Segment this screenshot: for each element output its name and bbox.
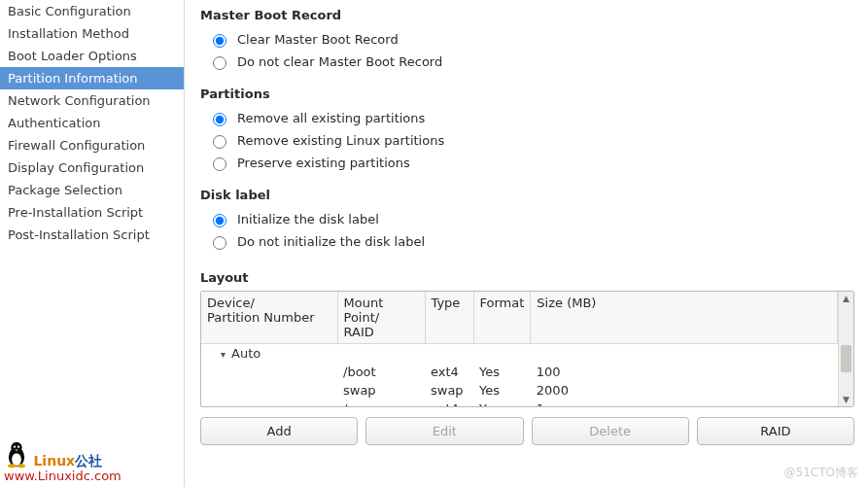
disklabel-radio-init-label: Initialize the disk label (237, 212, 379, 226)
partitions-radio-preserve-label: Preserve existing partitions (237, 156, 410, 170)
watermark: Linux公社 www.Linuxidc.com (4, 439, 122, 483)
sidebar-item-authentication[interactable]: Authentication (0, 112, 184, 134)
add-button[interactable]: Add (200, 417, 358, 445)
svg-point-7 (17, 464, 25, 468)
mbr-radio-noclear[interactable]: Do not clear Master Boot Record (200, 51, 854, 73)
partitions-radio-remove-all-label: Remove all existing partitions (237, 111, 425, 125)
penguin-icon (4, 439, 29, 469)
disklabel-radio-noinit-input[interactable] (213, 236, 226, 250)
sidebar-item-partition-information[interactable]: Partition Information (0, 67, 184, 89)
partitions-title: Partitions (200, 87, 854, 101)
disklabel-radio-noinit-label: Do not initialize the disk label (237, 234, 425, 249)
partitions-radio-remove-linux[interactable]: Remove existing Linux partitions (200, 129, 854, 152)
disklabel-radio-noinit[interactable]: Do not initialize the disk label (200, 230, 854, 253)
scroll-up-icon[interactable]: ▲ (839, 292, 853, 305)
col-mount[interactable]: Mount Point/ RAID (337, 292, 425, 344)
disklabel-radio-init[interactable]: Initialize the disk label (200, 208, 854, 230)
edit-button[interactable]: Edit (365, 417, 523, 445)
svg-point-4 (17, 445, 19, 447)
sidebar-item-network-configuration[interactable]: Network Configuration (0, 89, 184, 112)
main-panel: Master Boot Record Clear Master Boot Rec… (185, 0, 868, 487)
partitions-radio-remove-all-input[interactable] (213, 113, 226, 126)
sidebar-item-package-selection[interactable]: Package Selection (0, 179, 184, 201)
partitions-radio-remove-all[interactable]: Remove all existing partitions (200, 107, 854, 129)
sidebar-item-boot-loader-options[interactable]: Boot Loader Options (0, 45, 184, 67)
vertical-scrollbar[interactable]: ▲ ▼ (838, 292, 853, 406)
mbr-radio-clear-label: Clear Master Boot Record (237, 32, 399, 47)
partitions-radio-remove-linux-input[interactable] (213, 135, 226, 149)
col-size[interactable]: Size (MB) (531, 292, 838, 344)
scroll-thumb[interactable] (841, 345, 851, 372)
sidebar-item-installation-method[interactable]: Installation Method (0, 22, 184, 45)
layout-title: Layout (200, 270, 854, 285)
mbr-title: Master Boot Record (200, 8, 854, 22)
table-row[interactable]: / ext4 Yes 1 (201, 400, 838, 406)
partitions-radio-preserve[interactable]: Preserve existing partitions (200, 152, 854, 174)
disklabel-radio-init-input[interactable] (213, 214, 226, 227)
svg-point-1 (12, 453, 21, 466)
table-row[interactable]: /boot ext4 Yes 100 (201, 363, 838, 381)
svg-point-6 (8, 464, 16, 468)
sidebar-item-basic-configuration[interactable]: Basic Configuration (0, 0, 184, 22)
sidebar-item-post-installation-script[interactable]: Post-Installation Script (0, 224, 184, 246)
mbr-radio-clear[interactable]: Clear Master Boot Record (200, 28, 854, 51)
sidebar-item-display-configuration[interactable]: Display Configuration (0, 157, 184, 179)
scroll-down-icon[interactable]: ▼ (839, 393, 853, 406)
layout-table: Device/ Partition Number Mount Point/ RA… (200, 291, 854, 407)
sidebar-item-pre-installation-script[interactable]: Pre-Installation Script (0, 201, 184, 224)
partitions-radio-remove-linux-label: Remove existing Linux partitions (237, 133, 444, 148)
col-type[interactable]: Type (425, 292, 473, 344)
mbr-radio-noclear-label: Do not clear Master Boot Record (237, 54, 442, 69)
partitions-radio-preserve-input[interactable] (213, 157, 226, 171)
col-device[interactable]: Device/ Partition Number (201, 292, 337, 344)
sidebar: Basic Configuration Installation Method … (0, 0, 185, 487)
disklabel-title: Disk label (200, 188, 854, 202)
delete-button[interactable]: Delete (532, 417, 689, 445)
table-group-row[interactable]: Auto (201, 344, 838, 364)
sidebar-item-firewall-configuration[interactable]: Firewall Configuration (0, 134, 184, 157)
blog-watermark: @51CTO博客 (784, 465, 858, 481)
mbr-radio-noclear-input[interactable] (213, 56, 226, 70)
mbr-radio-clear-input[interactable] (213, 34, 226, 48)
table-row[interactable]: swap swap Yes 2000 (201, 381, 838, 400)
col-format[interactable]: Format (473, 292, 531, 344)
svg-point-3 (14, 445, 16, 447)
raid-button[interactable]: RAID (697, 417, 854, 445)
